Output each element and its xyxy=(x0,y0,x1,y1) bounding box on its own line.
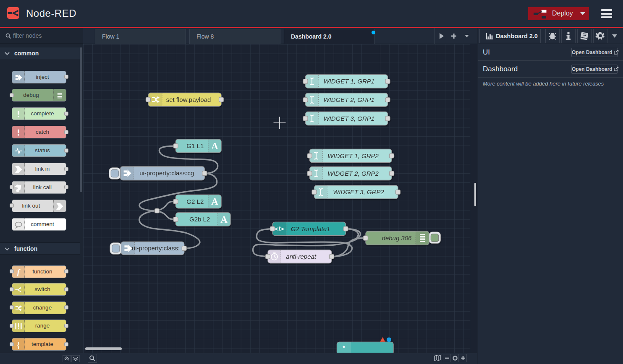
svg-text:A: A xyxy=(220,214,228,225)
svg-text:ui-property:class:: ui-property:class: xyxy=(132,244,180,252)
svg-text:A: A xyxy=(211,141,218,151)
svg-text:G2 L2: G2 L2 xyxy=(186,198,204,205)
svg-text:WIDGET 2, GRP2: WIDGET 2, GRP2 xyxy=(327,170,379,177)
svg-text:set flow.payload: set flow.payload xyxy=(166,96,211,103)
svg-text:WIDGET 1, GRP1: WIDGET 1, GRP1 xyxy=(323,78,374,85)
svg-text:debug 306: debug 306 xyxy=(382,234,412,242)
svg-text:G2 Template1: G2 Template1 xyxy=(291,225,330,232)
svg-text:WIDGET 2, GRP1: WIDGET 2, GRP1 xyxy=(323,96,374,103)
svg-text:A: A xyxy=(211,196,218,207)
svg-text:anti-repeat: anti-repeat xyxy=(286,253,317,260)
svg-text:ui-property:class:cg: ui-property:class:cg xyxy=(139,169,194,177)
svg-text:WIDGET 3, GRP2: WIDGET 3, GRP2 xyxy=(333,188,384,195)
svg-text:</>: </> xyxy=(275,225,284,232)
svg-text:WIDGET 3, GRP1: WIDGET 3, GRP1 xyxy=(323,115,374,122)
svg-text:WIDGET 1, GRP2: WIDGET 1, GRP2 xyxy=(327,152,379,159)
svg-text:G2b L2: G2b L2 xyxy=(189,216,210,223)
svg-text:G1 L1: G1 L1 xyxy=(186,142,204,149)
